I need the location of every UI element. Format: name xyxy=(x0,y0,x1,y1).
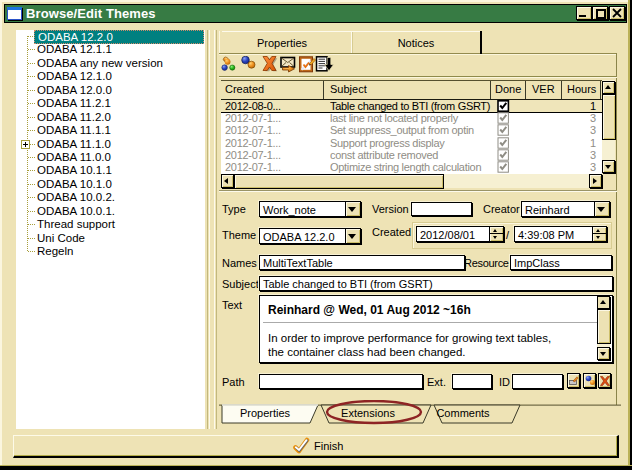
svg-text:Comments: Comments xyxy=(436,407,490,419)
svg-text:Properties: Properties xyxy=(240,407,291,419)
svg-text:Extensions: Extensions xyxy=(341,407,395,419)
